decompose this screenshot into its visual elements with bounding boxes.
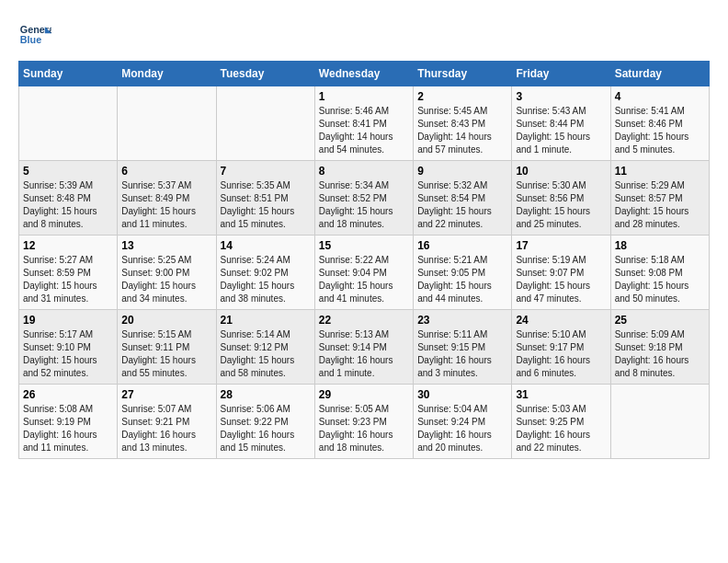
weekday-header-wednesday: Wednesday (314, 62, 413, 86)
calendar-cell: 20Sunrise: 5:15 AM Sunset: 9:11 PM Dayli… (118, 310, 216, 385)
day-info: Sunrise: 5:05 AM Sunset: 9:23 PM Dayligh… (319, 403, 409, 454)
day-number: 11 (615, 165, 705, 178)
calendar-cell: 19Sunrise: 5:17 AM Sunset: 9:10 PM Dayli… (19, 310, 118, 385)
calendar-table: SundayMondayTuesdayWednesdayThursdayFrid… (18, 61, 710, 459)
calendar-cell: 24Sunrise: 5:10 AM Sunset: 9:17 PM Dayli… (512, 310, 610, 385)
day-info: Sunrise: 5:18 AM Sunset: 9:08 PM Dayligh… (615, 254, 705, 305)
calendar-cell: 10Sunrise: 5:30 AM Sunset: 8:56 PM Dayli… (512, 161, 610, 236)
day-number: 1 (319, 90, 409, 103)
weekday-header-thursday: Thursday (414, 62, 512, 86)
day-info: Sunrise: 5:09 AM Sunset: 9:18 PM Dayligh… (615, 328, 705, 380)
day-info: Sunrise: 5:04 AM Sunset: 9:24 PM Dayligh… (417, 403, 507, 454)
day-number: 15 (319, 239, 409, 252)
calendar-week-3: 12Sunrise: 5:27 AM Sunset: 8:59 PM Dayli… (19, 236, 710, 310)
weekday-header-friday: Friday (512, 62, 610, 86)
logo: General Blue (18, 18, 51, 52)
day-info: Sunrise: 5:41 AM Sunset: 8:46 PM Dayligh… (615, 105, 705, 156)
day-number: 18 (615, 239, 705, 252)
calendar-week-5: 26Sunrise: 5:08 AM Sunset: 9:19 PM Dayli… (19, 385, 710, 459)
calendar-cell: 23Sunrise: 5:11 AM Sunset: 9:15 PM Dayli… (414, 310, 512, 385)
day-number: 19 (23, 314, 113, 327)
calendar-cell: 15Sunrise: 5:22 AM Sunset: 9:04 PM Dayli… (314, 236, 413, 310)
day-number: 6 (121, 165, 211, 178)
day-info: Sunrise: 5:10 AM Sunset: 9:17 PM Dayligh… (516, 328, 606, 380)
day-info: Sunrise: 5:39 AM Sunset: 8:48 PM Dayligh… (23, 179, 113, 231)
calendar-cell: 30Sunrise: 5:04 AM Sunset: 9:24 PM Dayli… (414, 385, 512, 459)
calendar-cell: 18Sunrise: 5:18 AM Sunset: 9:08 PM Dayli… (610, 236, 709, 310)
calendar-cell: 2Sunrise: 5:45 AM Sunset: 8:43 PM Daylig… (414, 86, 512, 161)
day-info: Sunrise: 5:06 AM Sunset: 9:22 PM Dayligh… (221, 403, 311, 454)
page-header: General Blue (18, 18, 710, 52)
day-number: 28 (221, 388, 311, 401)
day-info: Sunrise: 5:22 AM Sunset: 9:04 PM Dayligh… (319, 254, 409, 305)
calendar-cell (19, 86, 118, 161)
day-number: 14 (221, 239, 311, 252)
weekday-header-tuesday: Tuesday (216, 62, 314, 86)
day-info: Sunrise: 5:15 AM Sunset: 9:11 PM Dayligh… (121, 328, 211, 380)
day-number: 29 (319, 388, 409, 401)
day-info: Sunrise: 5:27 AM Sunset: 8:59 PM Dayligh… (23, 254, 113, 305)
day-info: Sunrise: 5:46 AM Sunset: 8:41 PM Dayligh… (319, 105, 409, 156)
day-number: 3 (516, 90, 606, 103)
calendar-cell: 7Sunrise: 5:35 AM Sunset: 8:51 PM Daylig… (216, 161, 314, 236)
calendar-week-1: 1Sunrise: 5:46 AM Sunset: 8:41 PM Daylig… (19, 86, 710, 161)
day-info: Sunrise: 5:11 AM Sunset: 9:15 PM Dayligh… (417, 328, 507, 380)
day-number: 21 (221, 314, 311, 327)
calendar-cell: 16Sunrise: 5:21 AM Sunset: 9:05 PM Dayli… (414, 236, 512, 310)
weekday-header-sunday: Sunday (19, 62, 118, 86)
day-info: Sunrise: 5:13 AM Sunset: 9:14 PM Dayligh… (319, 328, 409, 380)
day-number: 25 (615, 314, 705, 327)
day-info: Sunrise: 5:24 AM Sunset: 9:02 PM Dayligh… (221, 254, 311, 305)
calendar-week-2: 5Sunrise: 5:39 AM Sunset: 8:48 PM Daylig… (19, 161, 710, 236)
day-number: 2 (417, 90, 507, 103)
calendar-cell: 27Sunrise: 5:07 AM Sunset: 9:21 PM Dayli… (118, 385, 216, 459)
day-number: 12 (23, 239, 113, 252)
weekday-header-saturday: Saturday (610, 62, 709, 86)
day-number: 5 (23, 165, 113, 178)
day-info: Sunrise: 5:29 AM Sunset: 8:57 PM Dayligh… (615, 179, 705, 231)
day-number: 9 (417, 165, 507, 178)
day-number: 16 (417, 239, 507, 252)
calendar-cell: 17Sunrise: 5:19 AM Sunset: 9:07 PM Dayli… (512, 236, 610, 310)
calendar-cell: 29Sunrise: 5:05 AM Sunset: 9:23 PM Dayli… (314, 385, 413, 459)
day-info: Sunrise: 5:35 AM Sunset: 8:51 PM Dayligh… (221, 179, 311, 231)
day-number: 31 (516, 388, 606, 401)
day-number: 7 (221, 165, 311, 178)
day-number: 30 (417, 388, 507, 401)
calendar-cell: 22Sunrise: 5:13 AM Sunset: 9:14 PM Dayli… (314, 310, 413, 385)
day-info: Sunrise: 5:07 AM Sunset: 9:21 PM Dayligh… (121, 403, 211, 454)
calendar-cell: 4Sunrise: 5:41 AM Sunset: 8:46 PM Daylig… (610, 86, 709, 161)
day-info: Sunrise: 5:19 AM Sunset: 9:07 PM Dayligh… (516, 254, 606, 305)
day-info: Sunrise: 5:37 AM Sunset: 8:49 PM Dayligh… (121, 179, 211, 231)
day-number: 13 (121, 239, 211, 252)
calendar-cell: 3Sunrise: 5:43 AM Sunset: 8:44 PM Daylig… (512, 86, 610, 161)
calendar-cell: 1Sunrise: 5:46 AM Sunset: 8:41 PM Daylig… (314, 86, 413, 161)
svg-text:Blue: Blue (20, 34, 41, 45)
day-number: 20 (121, 314, 211, 327)
day-info: Sunrise: 5:14 AM Sunset: 9:12 PM Dayligh… (221, 328, 311, 380)
day-number: 10 (516, 165, 606, 178)
calendar-cell (216, 86, 314, 161)
calendar-cell: 21Sunrise: 5:14 AM Sunset: 9:12 PM Dayli… (216, 310, 314, 385)
calendar-cell: 31Sunrise: 5:03 AM Sunset: 9:25 PM Dayli… (512, 385, 610, 459)
day-number: 8 (319, 165, 409, 178)
calendar-cell: 26Sunrise: 5:08 AM Sunset: 9:19 PM Dayli… (19, 385, 118, 459)
calendar-cell: 28Sunrise: 5:06 AM Sunset: 9:22 PM Dayli… (216, 385, 314, 459)
day-info: Sunrise: 5:25 AM Sunset: 9:00 PM Dayligh… (121, 254, 211, 305)
day-info: Sunrise: 5:17 AM Sunset: 9:10 PM Dayligh… (23, 328, 113, 380)
day-info: Sunrise: 5:21 AM Sunset: 9:05 PM Dayligh… (417, 254, 507, 305)
logo-icon: General Blue (18, 18, 51, 52)
calendar-cell: 9Sunrise: 5:32 AM Sunset: 8:54 PM Daylig… (414, 161, 512, 236)
day-info: Sunrise: 5:08 AM Sunset: 9:19 PM Dayligh… (23, 403, 113, 454)
day-number: 4 (615, 90, 705, 103)
day-number: 27 (121, 388, 211, 401)
day-info: Sunrise: 5:30 AM Sunset: 8:56 PM Dayligh… (516, 179, 606, 231)
calendar-cell: 25Sunrise: 5:09 AM Sunset: 9:18 PM Dayli… (610, 310, 709, 385)
day-info: Sunrise: 5:45 AM Sunset: 8:43 PM Dayligh… (417, 105, 507, 156)
calendar-cell: 5Sunrise: 5:39 AM Sunset: 8:48 PM Daylig… (19, 161, 118, 236)
day-number: 24 (516, 314, 606, 327)
calendar-cell: 6Sunrise: 5:37 AM Sunset: 8:49 PM Daylig… (118, 161, 216, 236)
weekday-header-monday: Monday (118, 62, 216, 86)
day-info: Sunrise: 5:43 AM Sunset: 8:44 PM Dayligh… (516, 105, 606, 156)
calendar-week-4: 19Sunrise: 5:17 AM Sunset: 9:10 PM Dayli… (19, 310, 710, 385)
